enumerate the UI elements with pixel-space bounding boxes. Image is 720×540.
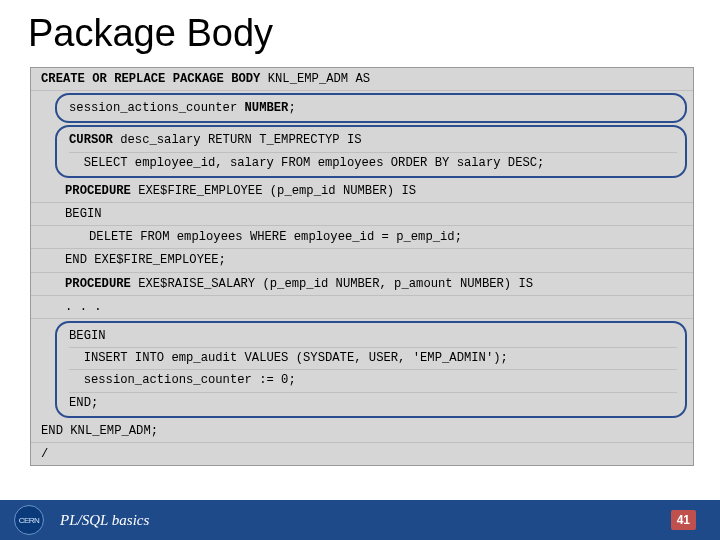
page-number: 41 xyxy=(671,510,696,530)
slide-title: Package Body xyxy=(0,0,720,63)
code-line: END EXE$FIRE_EMPLOYEE; xyxy=(31,249,693,272)
code-line: . . . xyxy=(31,296,693,319)
code-line: SELECT employee_id, salary FROM employee… xyxy=(69,152,677,172)
footer-text: PL/SQL basics xyxy=(60,512,149,529)
code-line: / xyxy=(31,443,693,465)
code-line: END KNL_EMP_ADM; xyxy=(31,420,693,443)
code-line: CREATE OR REPLACE PACKAGE BODY KNL_EMP_A… xyxy=(31,68,693,91)
slide-footer: CERN PL/SQL basics 41 xyxy=(0,500,720,540)
code-line: PROCEDURE EXE$FIRE_EMPLOYEE (p_emp_id NU… xyxy=(31,180,693,203)
code-line: session_actions_counter := 0; xyxy=(69,369,677,389)
code-line: BEGIN xyxy=(69,327,677,345)
highlight-init-block: BEGIN INSERT INTO emp_audit VALUES (SYSD… xyxy=(55,321,687,418)
highlight-session-counter: session_actions_counter NUMBER; xyxy=(55,93,687,123)
code-line: BEGIN xyxy=(31,203,693,226)
code-block: CREATE OR REPLACE PACKAGE BODY KNL_EMP_A… xyxy=(30,67,694,466)
code-line: END; xyxy=(69,392,677,412)
code-line: session_actions_counter NUMBER; xyxy=(69,99,677,117)
highlight-cursor: CURSOR desc_salary RETURN T_EMPRECTYP IS… xyxy=(55,125,687,177)
code-line: DELETE FROM employees WHERE employee_id … xyxy=(31,226,693,249)
cern-logo-icon: CERN xyxy=(14,505,44,535)
code-line: CURSOR desc_salary RETURN T_EMPRECTYP IS xyxy=(69,131,677,149)
code-line: INSERT INTO emp_audit VALUES (SYSDATE, U… xyxy=(69,347,677,367)
code-line: PROCEDURE EXE$RAISE_SALARY (p_emp_id NUM… xyxy=(31,273,693,296)
